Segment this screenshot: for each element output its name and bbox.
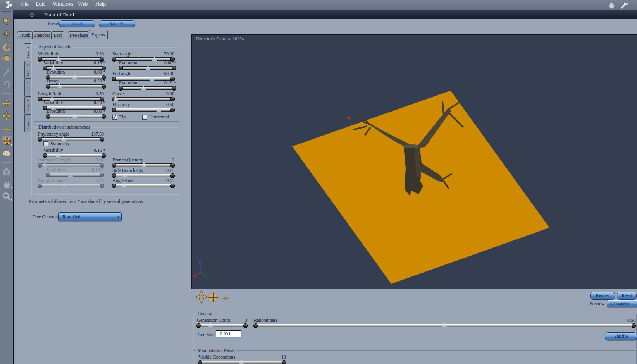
3d-scene[interactable]: Z (192, 35, 637, 289)
rotate-tool-icon[interactable] (2, 43, 12, 53)
document-title-bar[interactable]: Plant of Doc1 (13, 10, 637, 19)
slider-track (38, 184, 104, 187)
preset-save-as-button[interactable]: Save As (99, 20, 135, 27)
slider-track[interactable] (46, 115, 105, 118)
slider-thumb[interactable] (141, 163, 146, 167)
slider-value: 0.50 (96, 91, 104, 96)
gen-tab-2[interactable]: Gen. 2 (24, 61, 31, 79)
tree-size-label: Tree Size (197, 332, 214, 338)
slider-track[interactable] (112, 108, 174, 112)
plane-pan-tool-icon[interactable] (220, 294, 230, 303)
trackball-rotate-tool-icon[interactable]: ▸ (2, 136, 12, 146)
menu-help[interactable]: Help (95, 1, 106, 7)
menu-edit[interactable]: Edit (36, 1, 45, 7)
slider-thumb[interactable] (55, 153, 60, 157)
zoom-tool-icon[interactable]: ▸ (2, 191, 12, 201)
checkbox-symmetry[interactable]: Symmetry (43, 141, 70, 147)
wrench-icon[interactable] (619, 0, 628, 11)
slider-label: Start angle (112, 52, 133, 57)
slider-visible-generations: Visible Generations10 (198, 355, 286, 364)
render-button[interactable]: Render (590, 292, 615, 300)
slider-value: 0.00 * (94, 70, 105, 75)
menu-file[interactable]: File (20, 1, 29, 7)
translate-xz-tool-icon[interactable] (2, 111, 12, 121)
eyedropper-tool-icon[interactable] (2, 67, 12, 77)
menu-windows[interactable]: Windows (53, 1, 73, 7)
slider-thumb[interactable] (113, 96, 118, 101)
tab-experts[interactable]: Experts (89, 30, 108, 39)
slider-side-branch-qty: Side Branch Qty0.15 (112, 168, 174, 177)
slider-track[interactable] (112, 174, 174, 177)
gen-tab-1[interactable]: Gen. 1 (24, 43, 31, 60)
slider-track[interactable] (112, 97, 174, 101)
reset-button[interactable]: Reset (617, 292, 637, 300)
scale-sphere-tool-icon[interactable] (2, 53, 12, 64)
checkbox-horizontal[interactable]: Horizontal (142, 114, 169, 120)
slider-phyllotaxy-angle: Phyllotaxy angle137.50 (38, 132, 104, 141)
tab-tree-shape[interactable]: Tree shape (68, 31, 89, 39)
slider-thumb[interactable] (150, 76, 155, 81)
slider-track[interactable] (43, 154, 105, 157)
fieldset-legend: General (196, 311, 214, 317)
slider-thumb[interactable] (122, 183, 127, 187)
translate-plane-tool-icon[interactable] (2, 124, 12, 134)
slider-thumb[interactable] (61, 137, 66, 141)
slider-thumb[interactable] (57, 84, 62, 88)
slider-thumb[interactable] (442, 323, 447, 327)
slider-label: Branch Quantity (112, 158, 143, 163)
slider-thumb[interactable] (208, 323, 213, 327)
gen-tab-5[interactable]: Gen. 5 (24, 114, 31, 132)
translate-xy-tool-icon[interactable] (2, 98, 12, 108)
preview-dropdown[interactable]: All branches « (607, 300, 637, 307)
gen-tab-4[interactable]: Gen. 4 (24, 96, 31, 114)
menu-web[interactable]: Web (78, 1, 88, 7)
tab-branches[interactable]: Branches (32, 31, 52, 39)
slider-label: Width Ratio (38, 52, 61, 57)
slider-thumb[interactable] (239, 360, 244, 364)
slider-track[interactable] (254, 324, 635, 327)
tree-size-input[interactable] (216, 330, 241, 337)
trackball-tool-icon[interactable] (208, 292, 219, 305)
link-clip-tool-icon[interactable] (2, 79, 12, 89)
slider-track[interactable] (38, 137, 104, 141)
slider-value: 0.00 * (164, 60, 176, 65)
slider-label: Variability (43, 100, 63, 105)
tab-leaf[interactable]: Leaf (51, 31, 64, 39)
slider-track[interactable] (119, 66, 176, 70)
flyout-arrow-icon: ▸ (11, 186, 12, 189)
document-title: Plant of Doc1 (44, 12, 75, 18)
move-dart-tool-icon[interactable] (2, 29, 12, 39)
slider-track[interactable] (112, 163, 174, 167)
working-box-tool-icon[interactable] (2, 148, 12, 158)
slider-thumb[interactable] (156, 107, 161, 112)
shuffle-button[interactable]: Shuffle (605, 332, 637, 340)
slider-track[interactable] (112, 184, 174, 187)
collapse-circle-icon[interactable] (30, 13, 34, 17)
camera-tool-icon[interactable] (2, 167, 12, 177)
hand-icon[interactable] (608, 1, 615, 10)
checkbox-box[interactable] (43, 141, 48, 146)
pan-tool-icon[interactable] (196, 290, 207, 305)
tree-generator-dropdown[interactable]: Ramified « (58, 212, 122, 221)
slider-track[interactable] (198, 361, 286, 364)
slider-thumb[interactable] (145, 65, 150, 70)
slider-track[interactable] (197, 324, 247, 327)
slider-thumb[interactable] (72, 114, 77, 118)
select-arrow-tool-icon[interactable] (2, 16, 12, 26)
slider-thumb[interactable] (122, 173, 127, 177)
3d-viewport[interactable]: Director's Camera 100% Z (191, 34, 637, 289)
slider-track[interactable] (46, 84, 105, 88)
slider-value: 0.15 (166, 178, 174, 183)
slider-value: 0.15 (166, 168, 174, 173)
slider-thumb[interactable] (141, 86, 146, 90)
checkbox-box[interactable] (142, 115, 147, 120)
tab-trunk[interactable]: Trunk (17, 31, 33, 39)
slider-end-angle: End angle50.00 (112, 71, 174, 81)
hand-pan-tool-icon[interactable]: ▸ (2, 179, 12, 189)
gen-tab-3[interactable]: Gen. 3 (24, 79, 31, 96)
slider-track[interactable] (119, 86, 176, 90)
slider-label: Variability (43, 60, 63, 65)
preset-load-button[interactable]: Load (59, 20, 95, 27)
checkbox-tip[interactable]: Tip (112, 114, 126, 120)
checkbox-box[interactable] (112, 115, 117, 120)
